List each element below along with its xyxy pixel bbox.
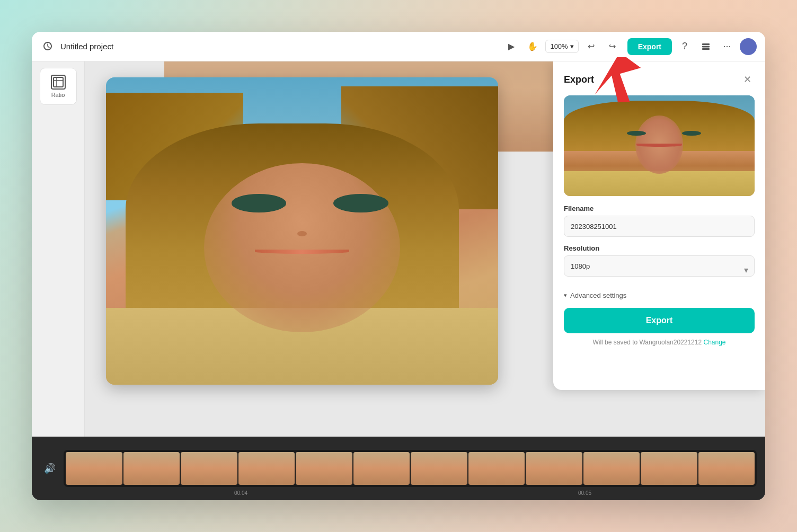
audio-icon: 🔊	[44, 463, 56, 474]
avatar[interactable]	[740, 38, 757, 55]
redo-button[interactable]: ↪	[604, 38, 621, 55]
toolbar: Untitled project ▶ ✋ 100% ▾ ↩ ↪ Export	[32, 32, 765, 61]
close-button[interactable]: ✕	[740, 72, 755, 87]
timeline-thumb-4	[238, 452, 295, 485]
thumb-image	[564, 95, 755, 196]
timeline-thumb-8	[468, 452, 525, 485]
chevron-right-icon: ▾	[564, 292, 567, 299]
resolution-select[interactable]: 720p 1080p 4K	[564, 255, 755, 277]
export-panel-header: Export ✕	[564, 72, 755, 87]
preview-image	[106, 77, 498, 385]
storage-icon	[701, 42, 711, 51]
help-icon: ?	[682, 41, 687, 52]
storage-button[interactable]	[697, 38, 714, 55]
save-info: Will be saved to Wangruolan20221212 Chan…	[564, 339, 755, 346]
hand-icon: ✋	[527, 41, 538, 51]
toolbar-right: Export ? ···	[627, 38, 757, 55]
ratio-label: Ratio	[51, 92, 65, 98]
export-thumbnail: 00:35	[564, 95, 755, 196]
timeline-thumb-10	[583, 452, 640, 485]
export-action-button[interactable]: Export	[564, 308, 755, 333]
advanced-settings-toggle[interactable]: ▾ Advanced settings	[564, 291, 755, 299]
zoom-control[interactable]: 100% ▾	[545, 40, 578, 53]
canvas-area: Export ✕	[85, 61, 765, 437]
content-area: Ratio	[32, 61, 765, 437]
svg-rect-1	[702, 46, 710, 47]
timeline-thumb-7	[411, 452, 467, 485]
timeline-thumb-9	[526, 452, 582, 485]
time-mark-1: 00:04	[234, 490, 247, 496]
filename-label: Filename	[564, 205, 755, 212]
main-preview	[106, 77, 498, 385]
change-link[interactable]: Change	[703, 339, 725, 346]
timeline-thumb-12	[698, 452, 755, 485]
timeline-thumb-11	[641, 452, 697, 485]
chevron-down-icon: ▾	[570, 42, 574, 50]
project-icon	[40, 39, 55, 54]
svg-rect-0	[702, 43, 710, 45]
timeline-track	[64, 450, 757, 487]
toolbar-center: ▶ ✋ 100% ▾ ↩ ↪	[503, 38, 621, 55]
timeline-ruler: 00:04 00:05	[69, 490, 757, 496]
left-panel: Ratio	[32, 61, 85, 437]
svg-rect-3	[54, 77, 63, 87]
export-panel-title: Export	[564, 74, 594, 85]
app-window: Untitled project ▶ ✋ 100% ▾ ↩ ↪ Export	[32, 32, 765, 500]
undo-icon: ↩	[588, 41, 595, 51]
zoom-value: 100%	[550, 42, 568, 50]
audio-button[interactable]: 🔊	[40, 459, 59, 478]
help-button[interactable]: ?	[676, 38, 693, 55]
timeline-thumb-6	[353, 452, 410, 485]
ratio-button[interactable]: Ratio	[40, 68, 77, 105]
toolbar-left: Untitled project	[40, 39, 497, 54]
ratio-icon	[51, 75, 66, 90]
undo-button[interactable]: ↩	[583, 38, 600, 55]
timeline-thumb-5	[296, 452, 352, 485]
more-icon: ···	[723, 41, 731, 52]
advanced-settings-label: Advanced settings	[570, 291, 626, 299]
time-mark-2: 00:05	[578, 490, 591, 496]
filename-input[interactable]	[564, 216, 755, 237]
more-button[interactable]: ···	[719, 38, 736, 55]
play-icon: ▶	[508, 41, 515, 51]
export-button[interactable]: Export	[627, 38, 672, 55]
export-panel: Export ✕	[553, 61, 765, 390]
hand-tool-button[interactable]: ✋	[524, 38, 541, 55]
timeline-thumb-3	[181, 452, 237, 485]
save-info-text: Will be saved to Wangruolan20221212	[592, 339, 702, 346]
project-title: Untitled project	[60, 42, 113, 51]
redo-icon: ↪	[609, 41, 616, 51]
resolution-wrapper: 720p 1080p 4K ▾	[564, 255, 755, 284]
play-button[interactable]: ▶	[503, 38, 520, 55]
timeline-thumb-1	[66, 452, 122, 485]
timeline: 🔊 00:04 00:05	[32, 437, 765, 500]
timeline-thumb-2	[123, 452, 180, 485]
svg-rect-2	[702, 48, 710, 50]
resolution-label: Resolution	[564, 244, 755, 252]
